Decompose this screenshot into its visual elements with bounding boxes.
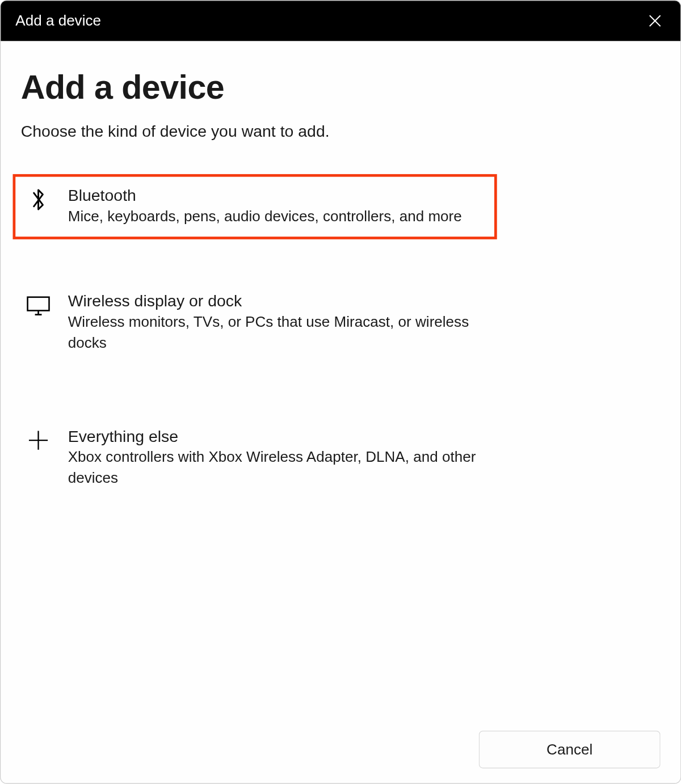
dialog-content: Add a device Choose the kind of device y… <box>1 41 680 783</box>
add-device-dialog: Add a device Add a device Choose the kin… <box>0 0 681 784</box>
svg-rect-2 <box>28 297 49 311</box>
titlebar: Add a device <box>1 1 680 41</box>
option-description: Wireless monitors, TVs, or PCs that use … <box>68 312 482 353</box>
option-description: Mice, keyboards, pens, audio devices, co… <box>68 206 485 227</box>
option-text: Everything else Xbox controllers with Xb… <box>68 427 482 489</box>
option-text: Bluetooth Mice, keyboards, pens, audio d… <box>68 186 485 227</box>
option-title: Bluetooth <box>68 186 485 205</box>
cancel-button[interactable]: Cancel <box>479 731 661 768</box>
page-title: Add a device <box>21 68 661 107</box>
dialog-footer: Cancel <box>479 731 661 768</box>
option-everything-else[interactable]: Everything else Xbox controllers with Xb… <box>21 415 492 501</box>
close-icon <box>648 14 662 28</box>
plus-icon <box>26 428 51 453</box>
page-subtitle: Choose the kind of device you want to ad… <box>21 121 661 140</box>
option-title: Everything else <box>68 427 482 446</box>
option-description: Xbox controllers with Xbox Wireless Adap… <box>68 447 482 488</box>
titlebar-title: Add a device <box>15 12 101 29</box>
option-text: Wireless display or dock Wireless monito… <box>68 292 482 353</box>
option-bluetooth[interactable]: Bluetooth Mice, keyboards, pens, audio d… <box>13 174 497 239</box>
monitor-icon <box>26 293 51 317</box>
option-title: Wireless display or dock <box>68 292 482 310</box>
option-wireless-display[interactable]: Wireless display or dock Wireless monito… <box>21 280 492 365</box>
close-button[interactable] <box>641 7 668 34</box>
bluetooth-icon <box>26 188 51 212</box>
